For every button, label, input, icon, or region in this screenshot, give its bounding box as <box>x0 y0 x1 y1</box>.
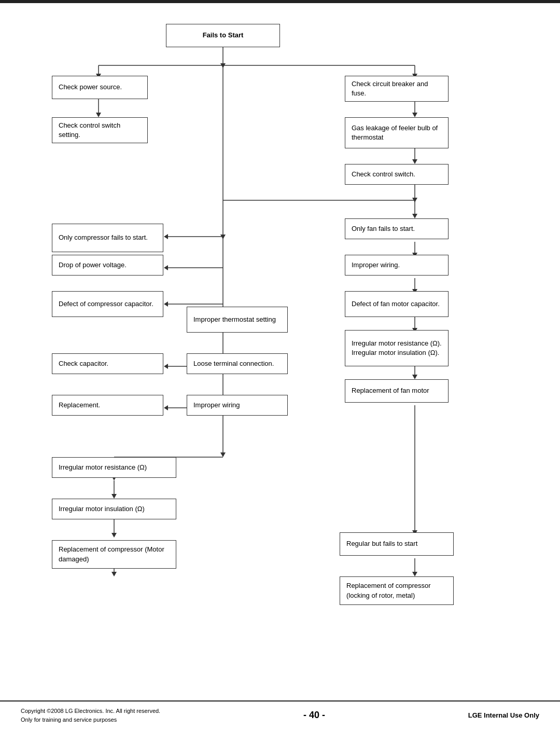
svg-marker-55 <box>412 572 417 576</box>
replacement-fan-motor-label: Replacement of fan motor <box>352 386 429 395</box>
check-circuit-breaker-box: Check circuit breaker and fuse. <box>345 76 449 102</box>
improper-wiring-fan-box: Improper wiring. <box>345 255 449 276</box>
gas-leakage-label: Gas leakage of feeler bulb of thermostat <box>352 123 442 142</box>
irregular-motor-ins-left-box: Irregular motor insulation (Ω) <box>52 499 176 519</box>
svg-marker-17 <box>412 198 417 202</box>
check-control-switch-box: Check control switch. <box>345 164 449 185</box>
svg-marker-31 <box>164 234 168 239</box>
footer: Copyright ©2008 LG Electronics. Inc. All… <box>0 700 560 729</box>
check-capacitor-label: Check capacitor. <box>59 359 108 368</box>
footer-copyright: Copyright ©2008 LG Electronics. Inc. All… <box>21 707 160 724</box>
check-control-switch-setting-label: Check control switch setting. <box>59 121 141 140</box>
irregular-motor-res-left-label: Irregular motor resistance (Ω) <box>59 463 147 472</box>
svg-marker-13 <box>412 159 417 164</box>
fails-to-start-box: Fails to Start <box>166 24 280 47</box>
improper-thermostat-label: Improper thermostat setting <box>193 315 276 324</box>
only-fan-box: Only fan fails to start. <box>345 218 449 239</box>
check-control-switch-label: Check control switch. <box>352 170 415 179</box>
defect-fan-cap-label: Defect of fan motor capacitor. <box>352 299 440 309</box>
page: Fails to Start Check power source. Check… <box>0 0 560 729</box>
irregular-motor-res-left-box: Irregular motor resistance (Ω) <box>52 457 176 478</box>
defect-compressor-cap-box: Defect of compressor capacitor. <box>52 291 163 317</box>
drop-power-box: Drop of power voltage. <box>52 255 163 276</box>
defect-compressor-cap-label: Defect of compressor capacitor. <box>59 299 153 309</box>
only-compressor-box: Only compressor fails to start. <box>52 224 163 252</box>
replacement-compressor-left-box: Replacement of compressor (Motor damaged… <box>52 540 176 569</box>
svg-marker-41 <box>164 364 168 369</box>
fails-to-start-label: Fails to Start <box>203 31 244 40</box>
improper-thermostat-box: Improper thermostat setting <box>187 307 288 333</box>
footer-page-number: - 40 - <box>303 710 325 721</box>
svg-marker-38 <box>164 301 168 307</box>
check-capacitor-box: Check capacitor. <box>52 353 163 374</box>
drop-power-label: Drop of power voltage. <box>59 260 127 270</box>
svg-marker-6 <box>96 113 101 117</box>
svg-marker-19 <box>220 235 226 239</box>
flowchart: Fails to Start Check power source. Check… <box>21 13 539 678</box>
defect-fan-cap-box: Defect of fan motor capacitor. <box>345 291 449 317</box>
svg-marker-34 <box>164 265 168 270</box>
flow-arrows <box>21 13 539 678</box>
check-power-label: Check power source. <box>59 82 122 92</box>
irregular-motor-res-ins-label: Irregular motor resistance (Ω). Irregula… <box>352 339 442 357</box>
replacement-compressor-left-label: Replacement of compressor (Motor damaged… <box>59 545 170 563</box>
loose-terminal-box: Loose terminal connection. <box>187 353 288 374</box>
replacement-box: Replacement. <box>52 395 163 416</box>
regular-fails-label: Regular but fails to start <box>346 539 417 548</box>
replacement-compressor-right-label: Replacement of compressor (locking of ro… <box>346 581 447 600</box>
irregular-motor-ins-left-label: Irregular motor insulation (Ω) <box>59 504 145 514</box>
only-fan-label: Only fan fails to start. <box>352 224 415 233</box>
replacement-label: Replacement. <box>59 401 100 410</box>
irregular-motor-res-ins-box: Irregular motor resistance (Ω). Irregula… <box>345 330 449 366</box>
svg-marker-53 <box>111 572 117 576</box>
svg-marker-29 <box>412 375 417 379</box>
svg-marker-45 <box>220 452 226 457</box>
check-power-box: Check power source. <box>52 76 148 99</box>
replacement-compressor-right-box: Replacement of compressor (locking of ro… <box>340 576 454 605</box>
svg-marker-11 <box>412 113 417 117</box>
replacement-fan-motor-box: Replacement of fan motor <box>345 379 449 403</box>
loose-terminal-label: Loose terminal connection. <box>193 359 274 368</box>
check-control-switch-setting-box: Check control switch setting. <box>52 117 148 143</box>
svg-marker-51 <box>111 533 117 538</box>
only-compressor-label: Only compressor fails to start. <box>59 233 148 242</box>
improper-wiring-mid-box: Improper wiring <box>187 395 288 416</box>
footer-company: LGE Internal Use Only <box>468 711 539 719</box>
improper-wiring-fan-label: Improper wiring. <box>352 260 400 270</box>
svg-marker-43 <box>164 405 168 410</box>
svg-marker-49 <box>111 494 117 499</box>
regular-fails-box: Regular but fails to start <box>340 532 454 556</box>
svg-marker-21 <box>412 214 417 218</box>
improper-wiring-mid-label: Improper wiring <box>193 401 240 410</box>
gas-leakage-box: Gas leakage of feeler bulb of thermostat <box>345 117 449 148</box>
content: Fails to Start Check power source. Check… <box>0 3 560 678</box>
check-circuit-breaker-label: Check circuit breaker and fuse. <box>352 79 442 98</box>
svg-marker-1 <box>220 63 226 68</box>
